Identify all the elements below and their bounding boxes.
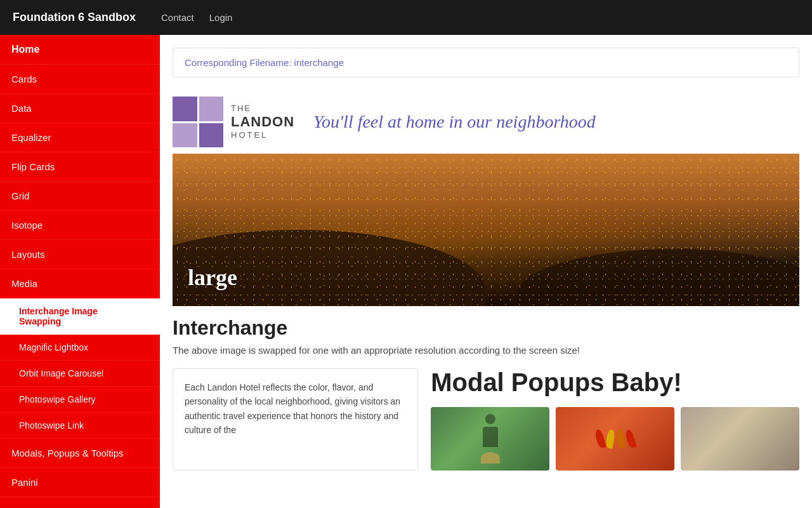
sidebar-item-cards[interactable]: Cards xyxy=(0,65,160,94)
hotel-tagline: You'll feel at home in our neighborhood xyxy=(313,112,596,132)
hotel-text-card: Each Landon Hotel reflects the color, fl… xyxy=(173,368,418,471)
filename-value: interchange xyxy=(294,57,344,68)
nav-login[interactable]: Login xyxy=(209,12,233,23)
hotel-name-the: THE xyxy=(231,104,294,114)
pepper-3 xyxy=(615,429,625,449)
hotel-name-landon: LANDON xyxy=(231,114,294,130)
pepper-1 xyxy=(594,429,606,449)
modal-image-2[interactable] xyxy=(556,407,674,471)
pepper-cluster xyxy=(596,429,634,448)
person-head xyxy=(485,414,495,424)
interchange-title: Interchange xyxy=(173,316,799,340)
sidebar-item-isotope[interactable]: Isotope xyxy=(0,211,160,240)
hotel-name-hotel: HOTEL xyxy=(231,130,294,140)
hotel-logo-grid xyxy=(173,97,223,147)
sidebar-item-interchange[interactable]: Interchange Image Swapping xyxy=(0,298,160,335)
sidebar-item-modals[interactable]: Modals, Popups & Tooltips xyxy=(0,439,160,468)
modal-image-1[interactable] xyxy=(431,407,549,471)
dog-shape xyxy=(481,452,500,464)
person-silhouette xyxy=(481,414,500,464)
city-lights xyxy=(173,154,799,306)
logo-cell-3 xyxy=(173,123,197,148)
sidebar-item-media[interactable]: Media xyxy=(0,269,160,298)
site-title: Foundation 6 Sandbox xyxy=(13,11,136,24)
modal-images xyxy=(431,407,799,471)
logo-cell-1 xyxy=(173,97,197,121)
logo-cell-4 xyxy=(199,123,224,148)
sidebar-item-equalizer[interactable]: Equalizer xyxy=(0,123,160,152)
interchange-desc: The above image is swapped for one with … xyxy=(173,345,799,356)
page-layout: Home Cards Data Equalizer Flip Cards Gri… xyxy=(0,35,812,508)
pepper-2 xyxy=(605,429,615,449)
person-body xyxy=(483,427,498,447)
sidebar-item-magnific[interactable]: Magnific Lightbox xyxy=(0,335,160,361)
main-content: Corresponding Filename: interchange THE … xyxy=(160,35,812,508)
hotel-logo: THE LANDON HOTEL xyxy=(173,97,294,147)
top-navigation: Foundation 6 Sandbox Contact Login xyxy=(0,0,812,35)
hotel-text: Each Landon Hotel reflects the color, fl… xyxy=(185,380,406,438)
bottom-grid: Each Landon Hotel reflects the color, fl… xyxy=(173,368,799,471)
sidebar: Home Cards Data Equalizer Flip Cards Gri… xyxy=(0,35,160,508)
modal-image-3[interactable] xyxy=(681,407,799,471)
hotel-header: THE LANDON HOTEL You'll feel at home in … xyxy=(173,90,799,154)
filename-label: Corresponding Filename: xyxy=(185,57,291,68)
sidebar-item-orbit[interactable]: Orbit Image Carousel xyxy=(0,361,160,387)
sidebar-item-flip-cards[interactable]: Flip Cards xyxy=(0,152,160,182)
filename-bar: Corresponding Filename: interchange xyxy=(173,48,799,77)
sidebar-item-photoswipe-gallery[interactable]: Photoswipe Gallery xyxy=(0,387,160,413)
pepper-4 xyxy=(624,429,636,449)
logo-cell-2 xyxy=(199,97,224,121)
sidebar-item-layouts[interactable]: Layouts xyxy=(0,240,160,269)
hotel-name: THE LANDON HOTEL xyxy=(231,104,294,140)
sidebar-item-grid[interactable]: Grid xyxy=(0,182,160,211)
sidebar-item-panini[interactable]: Panini xyxy=(0,468,160,497)
city-label: large xyxy=(188,264,237,291)
modal-title: Modal Popups Baby! xyxy=(431,368,799,397)
sidebar-item-photoswipe-link[interactable]: Photoswipe Link xyxy=(0,413,160,439)
sidebar-item-data[interactable]: Data xyxy=(0,94,160,123)
modal-section: Modal Popups Baby! xyxy=(431,368,799,471)
nav-contact[interactable]: Contact xyxy=(161,12,194,23)
city-image: large xyxy=(173,154,799,306)
sidebar-item-templates[interactable]: Templates xyxy=(0,497,160,508)
sidebar-item-home[interactable]: Home xyxy=(0,35,160,65)
